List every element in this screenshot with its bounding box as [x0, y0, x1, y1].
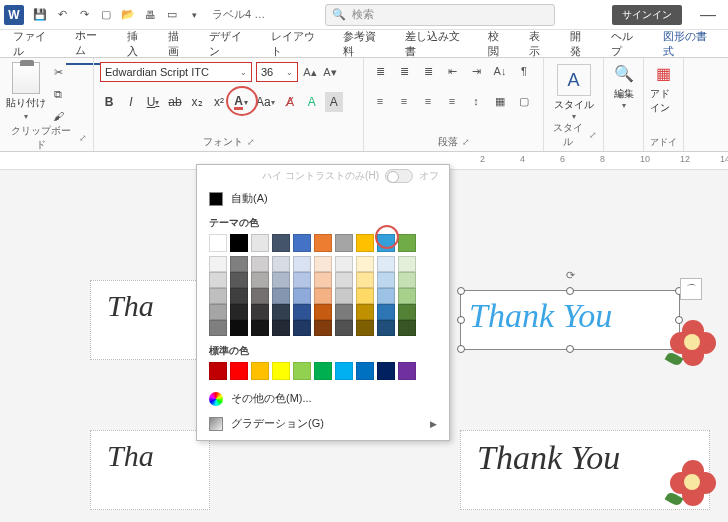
save-icon[interactable]: 💾	[32, 7, 48, 23]
format-painter-icon[interactable]: 🖌	[50, 108, 66, 124]
sort-icon[interactable]: A↓	[490, 62, 510, 80]
layout-options-icon[interactable]: ⌒	[680, 278, 702, 300]
shade-swatch[interactable]	[335, 272, 353, 288]
open-icon[interactable]: 📂	[120, 7, 136, 23]
theme-swatch[interactable]	[251, 234, 269, 252]
shade-swatch[interactable]	[293, 288, 311, 304]
shade-swatch[interactable]	[272, 272, 290, 288]
shade-swatch[interactable]	[377, 256, 395, 272]
minimize-button[interactable]: —	[692, 6, 724, 24]
theme-swatch[interactable]	[209, 234, 227, 252]
shading-icon[interactable]: ▦	[490, 92, 510, 110]
theme-swatch[interactable]	[230, 234, 248, 252]
shade-swatch[interactable]	[356, 320, 374, 336]
bold-button[interactable]: B	[100, 92, 118, 112]
shade-swatch[interactable]	[335, 256, 353, 272]
shade-swatch[interactable]	[314, 304, 332, 320]
shade-swatch[interactable]	[251, 304, 269, 320]
shade-swatch[interactable]	[293, 320, 311, 336]
flower-clipart[interactable]	[670, 460, 716, 506]
dec-indent-icon[interactable]: ⇤	[442, 62, 462, 80]
undo-icon[interactable]: ↶	[54, 7, 70, 23]
new-icon[interactable]: ▢	[98, 7, 114, 23]
shade-swatch[interactable]	[272, 288, 290, 304]
shade-swatch[interactable]	[314, 256, 332, 272]
shade-swatch[interactable]	[293, 304, 311, 320]
label-cell[interactable]: Tha	[90, 430, 210, 510]
shade-swatch[interactable]	[314, 272, 332, 288]
standard-swatch[interactable]	[314, 362, 332, 380]
styles-icon[interactable]: A	[557, 64, 591, 96]
standard-swatch[interactable]	[272, 362, 290, 380]
selected-textbox[interactable]: ⟳ Thank You	[460, 290, 680, 350]
justify-icon[interactable]: ≡	[442, 92, 462, 110]
shade-swatch[interactable]	[209, 304, 227, 320]
cut-icon[interactable]: ✂	[50, 64, 66, 80]
inc-indent-icon[interactable]: ⇥	[466, 62, 486, 80]
shade-swatch[interactable]	[251, 272, 269, 288]
shade-swatch[interactable]	[251, 288, 269, 304]
theme-swatch[interactable]	[314, 234, 332, 252]
standard-swatch[interactable]	[377, 362, 395, 380]
multilevel-icon[interactable]: ≣	[418, 62, 438, 80]
shade-swatch[interactable]	[314, 288, 332, 304]
qat-more-icon[interactable]: ▾	[186, 7, 202, 23]
shade-swatch[interactable]	[398, 256, 416, 272]
theme-swatch[interactable]	[356, 234, 374, 252]
subscript-button[interactable]: x₂	[188, 92, 206, 112]
shrink-font-icon[interactable]: A▾	[322, 63, 338, 81]
borders-icon[interactable]: ▢	[514, 92, 534, 110]
shade-swatch[interactable]	[356, 272, 374, 288]
auto-color-item[interactable]: 自動(A)	[197, 187, 449, 210]
rotate-handle-icon[interactable]: ⟳	[566, 269, 575, 282]
shade-swatch[interactable]	[272, 256, 290, 272]
numbering-icon[interactable]: ≣	[394, 62, 414, 80]
align-left-icon[interactable]: ≡	[370, 92, 390, 110]
standard-swatch[interactable]	[209, 362, 227, 380]
shade-swatch[interactable]	[251, 256, 269, 272]
find-icon[interactable]: 🔍	[614, 64, 634, 83]
standard-swatch[interactable]	[356, 362, 374, 380]
strike-button[interactable]: ab	[166, 92, 184, 112]
shade-swatch[interactable]	[293, 272, 311, 288]
print-icon[interactable]: 🖶	[142, 7, 158, 23]
flower-clipart[interactable]	[670, 320, 716, 366]
clear-format-icon[interactable]: A̸	[281, 92, 299, 112]
shade-swatch[interactable]	[356, 288, 374, 304]
change-case-button[interactable]: Aa▾	[254, 92, 277, 112]
align-right-icon[interactable]: ≡	[418, 92, 438, 110]
shade-swatch[interactable]	[230, 288, 248, 304]
shade-swatch[interactable]	[356, 304, 374, 320]
theme-swatch[interactable]	[398, 234, 416, 252]
shade-swatch[interactable]	[272, 320, 290, 336]
shade-swatch[interactable]	[398, 304, 416, 320]
font-size-combo[interactable]: 36⌄	[256, 62, 298, 82]
grow-font-icon[interactable]: A▴	[302, 63, 318, 81]
align-center-icon[interactable]: ≡	[394, 92, 414, 110]
shade-swatch[interactable]	[293, 256, 311, 272]
standard-swatch[interactable]	[335, 362, 353, 380]
shade-swatch[interactable]	[377, 320, 395, 336]
addins-icon[interactable]: ▦	[656, 64, 671, 83]
high-contrast-toggle[interactable]	[385, 169, 413, 183]
shade-swatch[interactable]	[230, 256, 248, 272]
shade-swatch[interactable]	[209, 272, 227, 288]
shade-swatch[interactable]	[398, 272, 416, 288]
theme-swatch[interactable]	[377, 234, 395, 252]
shade-swatch[interactable]	[230, 272, 248, 288]
shade-swatch[interactable]	[209, 256, 227, 272]
highlight-icon[interactable]: A	[325, 92, 343, 112]
redo-icon[interactable]: ↷	[76, 7, 92, 23]
signin-button[interactable]: サインイン	[612, 5, 682, 25]
paste-button[interactable]: 貼り付け ▾	[6, 62, 46, 121]
shade-swatch[interactable]	[209, 320, 227, 336]
shade-swatch[interactable]	[209, 288, 227, 304]
bullets-icon[interactable]: ≣	[370, 62, 390, 80]
shade-swatch[interactable]	[335, 304, 353, 320]
shade-swatch[interactable]	[377, 272, 395, 288]
copy-icon[interactable]: ⧉	[50, 86, 66, 102]
preview-icon[interactable]: ▭	[164, 7, 180, 23]
shade-swatch[interactable]	[356, 256, 374, 272]
shade-swatch[interactable]	[272, 304, 290, 320]
standard-swatch[interactable]	[251, 362, 269, 380]
